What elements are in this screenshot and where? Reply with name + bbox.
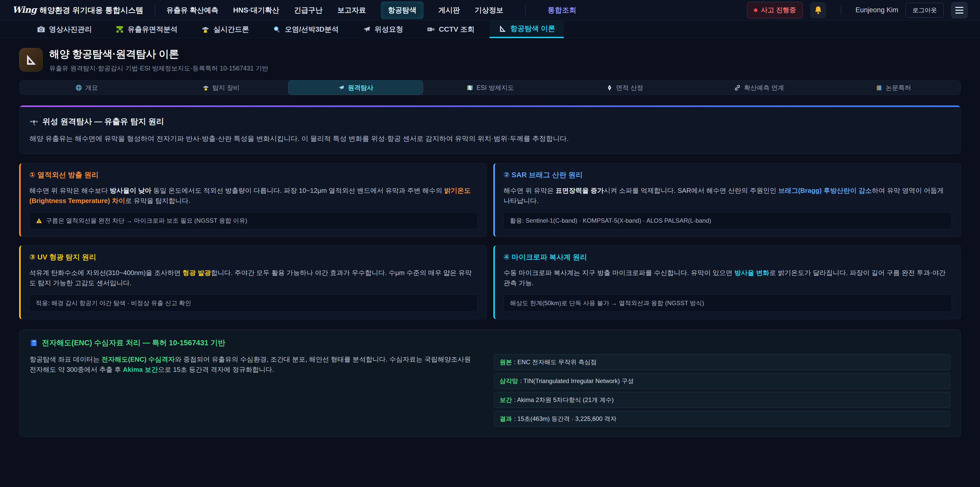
subnav-item-cctv[interactable]: CCTV 조회 — [418, 21, 484, 38]
card-title: ② SAR 브래그 산란 원리 — [504, 170, 952, 180]
subnav-item-realtime-drone[interactable]: 실시간드론 — [192, 21, 258, 38]
menu-button[interactable] — [951, 2, 968, 19]
card-body: 석유계 탄화수소에 자외선(310~400nm)을 조사하면 형광 발광합니다.… — [29, 268, 478, 288]
incident-dot-icon — [754, 8, 757, 12]
cctv-icon — [427, 25, 435, 34]
plane-icon — [338, 84, 345, 91]
tab-detection-equipment[interactable]: 탐지 장비 — [154, 80, 288, 95]
set-square-icon — [498, 24, 507, 33]
card-title: ① 열적외선 방출 원리 — [29, 170, 478, 180]
card-note: 적용: 해경 감시 항공기 야간 탐색 · 비정상 유출 신고 확인 — [29, 294, 478, 312]
nav-item-weather[interactable]: 기상정보 — [475, 5, 503, 15]
page-title: 해양 항공탐색·원격탐사 이론 — [49, 47, 268, 61]
nav-divider — [525, 6, 526, 15]
card-body: 해수면 위 유막은 표면장력을 증가시켜 소파를 억제합니다. SAR에서 해수… — [504, 185, 952, 206]
tab-remote-sensing[interactable]: 원격탐사 — [288, 80, 423, 95]
logout-button[interactable]: 로그아웃 — [905, 3, 944, 18]
tab-papers-patents[interactable]: 논문특허 — [826, 80, 961, 95]
app-logo: Wing 해양환경 위기대응 통합시스템 — [12, 5, 143, 16]
enc-step-source: 원본: ENC 전자해도 무작위 측심점 — [494, 354, 950, 370]
page-title-icon-box — [19, 48, 43, 72]
user-name: Eunjeong Kim — [856, 6, 898, 14]
card-note: 해상도 한계(50km)로 단독 사용 불가 → 열적외선과 융합 (NGSST… — [504, 294, 952, 312]
section-gradient-bar — [19, 105, 961, 107]
notifications-button[interactable] — [810, 2, 826, 18]
card-uv-fluorescence: ③ UV 형광 탐지 원리 석유계 탄화수소에 자외선(310~400nm)을 … — [19, 246, 487, 319]
tab-esi-map[interactable]: ESI 방제지도 — [423, 80, 558, 95]
satellite-icon — [30, 117, 38, 126]
incident-badge-label: 사고 진행중 — [761, 6, 796, 14]
page-content: 해양 항공탐색·원격탐사 이론 유출유 원격탐지·항공감시 기법·ESI 방제정… — [0, 38, 980, 437]
link-icon — [734, 84, 741, 91]
subnav-item-photo-management[interactable]: 영상사진관리 — [28, 21, 100, 38]
subnav-item-pollution-3d[interactable]: 오염/선박3D분석 — [264, 21, 348, 38]
card-thermal-infrared: ① 열적외선 방출 원리 해수면 위 유막은 해수보다 방사율이 낮아 동일 온… — [19, 163, 487, 237]
theory-tabs: 개요 탐지 장비 원격탐사 ESI 방제지도 면적 산정 확산예측 연계 논문특… — [19, 80, 961, 95]
app-header: Wing 해양환경 위기대응 통합시스템 유출유 확산예측 HNS·대기확산 긴… — [0, 0, 980, 21]
card-title: ④ 마이크로파 복사계 원리 — [504, 252, 952, 262]
card-body: 해수면 위 유막은 해수보다 방사율이 낮아 동일 온도에서도 적외선 방출량이… — [29, 185, 478, 206]
warning-icon — [36, 217, 42, 224]
puzzle-icon — [115, 25, 124, 34]
header-divider-2 — [841, 6, 841, 15]
header-divider — [155, 5, 155, 16]
remote-sensing-section: 위성 원격탐사 — 유출유 탐지 원리 해양 유출유는 해수면에 유막을 형성하… — [19, 105, 961, 154]
enc-section: 전자해도(ENC) 수심자료 처리 — 특허 10-1567431 기반 항공탐… — [19, 329, 961, 437]
card-sar-bragg: ② SAR 브래그 산란 원리 해수면 위 유막은 표면장력을 증가시켜 소파를… — [493, 163, 961, 237]
enc-title: 전자해도(ENC) 수심자료 처리 — 특허 10-1567431 기반 — [42, 338, 225, 348]
ufo-icon — [202, 84, 209, 91]
sub-nav: 영상사진관리 유출유면적분석 실시간드론 오염/선박3D분석 위성요청 CCTV… — [0, 21, 980, 38]
camera-icon — [37, 25, 45, 34]
section-description: 해양 유출유는 해수면에 유막을 형성하여 전자기파 반사·방출·산란 특성을 … — [30, 134, 950, 144]
enc-steps-list: 원본: ENC 전자해도 무작위 측심점 삼각망: TIN(Triangulat… — [494, 354, 950, 427]
nav-item-aerial-search[interactable]: 항공탐색 — [381, 1, 424, 19]
bell-icon — [814, 6, 823, 15]
section-title-row: 위성 원격탐사 — 유출유 탐지 원리 — [30, 116, 950, 127]
plane-icon — [363, 25, 371, 34]
card-body: 수동 마이크로파 복사계는 지구 방출 마이크로파를 수신합니다. 유막이 있으… — [504, 268, 952, 288]
tab-area-calculation[interactable]: 면적 산정 — [557, 80, 692, 95]
books-icon — [876, 84, 883, 91]
enc-title-row: 전자해도(ENC) 수심자료 처리 — 특허 10-1567431 기반 — [30, 338, 950, 348]
page-header: 해양 항공탐색·원격탐사 이론 유출유 원격탐지·항공감시 기법·ESI 방제정… — [19, 47, 961, 72]
book-icon — [30, 339, 38, 347]
principle-cards: ① 열적외선 방출 원리 해수면 위 유막은 해수보다 방사율이 낮아 동일 온… — [19, 163, 961, 319]
nav-item-board[interactable]: 게시판 — [438, 5, 460, 15]
subnav-item-satellite-request[interactable]: 위성요청 — [354, 21, 412, 38]
nav-item-integrated-search[interactable]: 통합조회 — [548, 5, 576, 15]
subnav-item-oil-area-analysis[interactable]: 유출유면적분석 — [107, 21, 186, 38]
card-note: 활용: Sentinel-1(C-band) · KOMPSAT-5(X-ban… — [504, 212, 952, 229]
magnifier-icon — [272, 25, 281, 34]
page-subtitle: 유출유 원격탐지·항공감시 기법·ESI 방제정보지도·등록특허 10-1567… — [49, 64, 268, 72]
subnav-item-aerial-theory[interactable]: 항공탐색 이론 — [490, 21, 564, 38]
hamburger-icon — [955, 7, 963, 8]
card-title: ③ UV 형광 탐지 원리 — [29, 252, 478, 262]
enc-step-interpolation: 보간: Akima 2차원 5차다항식 (21개 계수) — [494, 392, 950, 408]
enc-description: 항공탐색 좌표 데이터는 전자해도(ENC) 수심격자와 중첩되어 유출유의 수… — [30, 354, 486, 375]
nav-item-hns[interactable]: HNS·대기확산 — [233, 5, 279, 15]
pen-icon — [606, 84, 613, 91]
card-note: 구름은 열적외선을 완전 차단 → 마이크로파 보조 필요 (NGSST 융합 … — [29, 212, 478, 229]
nav-item-oil-spread[interactable]: 유출유 확산예측 — [166, 5, 218, 15]
ufo-icon — [201, 25, 210, 34]
set-square-icon — [24, 53, 38, 66]
header-right-controls: 사고 진행중 Eunjeong Kim 로그아웃 — [747, 2, 968, 19]
map-icon — [466, 84, 473, 91]
enc-step-result: 결과: 15초(463m) 등간격 · 3,225,600 격자 — [494, 411, 950, 427]
main-nav: 유출유 확산예측 HNS·대기확산 긴급구난 보고자료 항공탐색 게시판 기상정… — [166, 1, 576, 19]
card-microwave-radiometer: ④ 마이크로파 복사계 원리 수동 마이크로파 복사계는 지구 방출 마이크로파… — [493, 246, 961, 319]
section-title: 위성 원격탐사 — 유출유 탐지 원리 — [42, 116, 164, 127]
tab-overview[interactable]: 개요 — [19, 80, 154, 95]
tab-diffusion-link[interactable]: 확산예측 연계 — [692, 80, 826, 95]
app-title: 해양환경 위기대응 통합시스템 — [40, 5, 143, 16]
nav-item-rescue[interactable]: 긴급구난 — [294, 5, 323, 15]
enc-step-tin: 삼각망: TIN(Triangulated Irregular Network)… — [494, 373, 950, 389]
logo-wing-mark: Wing — [12, 5, 37, 15]
globe-icon — [75, 84, 82, 91]
nav-item-reports[interactable]: 보고자료 — [337, 5, 366, 15]
incident-status-badge: 사고 진행중 — [747, 2, 803, 18]
